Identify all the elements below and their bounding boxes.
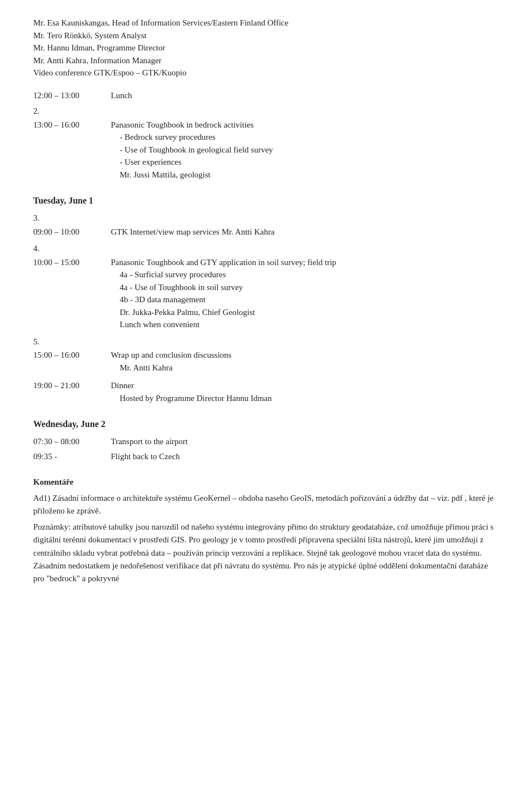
item-4-detail-4: Lunch when convenient xyxy=(111,318,499,331)
item-5-detail-0: Mr. Antti Kahra xyxy=(111,362,499,374)
video-conference-note: Video conference GTK/Espoo – GTK/Kuopio xyxy=(33,67,499,79)
person-item: Mr. Antti Kahra, Information Manager xyxy=(33,54,499,67)
comments-paragraph-0: Ad1) Zásadní informace o architektuře sy… xyxy=(33,492,499,518)
item-3-number: 3. xyxy=(33,212,499,225)
person-item: Mr. Esa Kauniskangas, Head of Informatio… xyxy=(33,17,499,29)
item-5-title: Wrap up and conclusion discussions xyxy=(111,350,232,359)
lunch-block: 12:00 – 13:00 Lunch xyxy=(33,89,499,102)
item-4-detail-0: 4a - Surficial survey procedures xyxy=(111,268,499,281)
dinner-title: Dinner xyxy=(111,381,134,390)
time-lunch: 12:00 – 13:00 xyxy=(33,89,111,102)
time-item5: 15:00 – 16:00 xyxy=(33,349,111,374)
time-item4: 10:00 – 15:00 xyxy=(33,256,111,331)
time-item3: 09:00 – 10:00 xyxy=(33,226,111,238)
item-3-block: 3. 09:00 – 10:00 GTK Internet/view map s… xyxy=(33,212,499,238)
item-2-block: 2. 13:00 – 16:00 Panasonic Toughbook in … xyxy=(33,105,499,181)
dinner-detail-0: Hosted by Programme Director Hannu Idman xyxy=(111,392,499,405)
person-list: Mr. Esa Kauniskangas, Head of Informatio… xyxy=(33,17,499,79)
item-5-number: 5. xyxy=(33,336,499,348)
item-2-detail-0: - Bedrock survey procedures xyxy=(111,131,499,144)
wednesday-heading: Wednesday, June 2 xyxy=(33,418,499,431)
flight-title: Flight back to Czech xyxy=(111,450,499,463)
item-2-detail-2: - User experiences xyxy=(111,156,499,169)
item-5-time-block: 15:00 – 16:00 Wrap up and conclusion dis… xyxy=(33,349,499,374)
time-item2: 13:00 – 16:00 xyxy=(33,119,111,181)
dinner-content: Dinner Hosted by Programme Director Hann… xyxy=(111,379,499,404)
transport-title: Transport to the airport xyxy=(111,435,499,448)
item-4-block: 4. 10:00 – 15:00 Panasonic Toughbook and… xyxy=(33,242,499,331)
item-2-detail-1: - Use of Toughbook in geological field s… xyxy=(111,144,499,156)
tuesday-evening-time-block: 19:00 – 21:00 Dinner Hosted by Programme… xyxy=(33,379,499,404)
person-item: Mr. Hannu Idman, Programme Director xyxy=(33,42,499,54)
time-dinner: 19:00 – 21:00 xyxy=(33,379,111,404)
comments-section: Komentáře Ad1) Zásadní informace o archi… xyxy=(33,476,499,585)
item-4-detail-3: Dr. Jukka-Pekka Palmu, Chief Geologist xyxy=(111,306,499,319)
item-5-block: 5. 15:00 – 16:00 Wrap up and conclusion … xyxy=(33,336,499,374)
wednesday-item-1: 07:30 – 08:00 Transport to the airport xyxy=(33,435,499,448)
item-2-time-block: 13:00 – 16:00 Panasonic Toughbook in bed… xyxy=(33,119,499,181)
lunch-title: Lunch xyxy=(111,89,499,102)
item-4-content: Panasonic Toughbook and GTY application … xyxy=(111,256,499,331)
item-3-time-block: 09:00 – 10:00 GTK Internet/view map serv… xyxy=(33,226,499,238)
item-3-title: GTK Internet/view map services Mr. Antti… xyxy=(111,227,274,236)
tuesday-evening-block: 19:00 – 21:00 Dinner Hosted by Programme… xyxy=(33,379,499,404)
item-2-number: 2. xyxy=(33,105,499,118)
item-4-detail-2: 4b - 3D data management xyxy=(111,293,499,306)
item-2-detail-3: Mr. Jussi Mattila, geologist xyxy=(111,169,499,181)
time-flight: 09:35 - xyxy=(33,450,111,463)
item-4-title: Panasonic Toughbook and GTY application … xyxy=(111,258,336,267)
time-transport: 07:30 – 08:00 xyxy=(33,435,111,448)
item-2-content: Panasonic Toughbook in bedrock activitie… xyxy=(111,119,499,181)
page-content: Mr. Esa Kauniskangas, Head of Informatio… xyxy=(33,17,499,585)
item-4-number: 4. xyxy=(33,242,499,255)
item-4-detail-1: 4a - Use of Toughbook in soil survey xyxy=(111,281,499,294)
comments-paragraph-1: Poznámky: atributové tabulky jsou narozd… xyxy=(33,521,499,585)
item-3-content: GTK Internet/view map services Mr. Antti… xyxy=(111,226,499,238)
person-item: Mr. Tero Rönkkö, System Analyst xyxy=(33,29,499,42)
tuesday-heading: Tuesday, June 1 xyxy=(33,194,499,207)
comments-heading: Komentáře xyxy=(33,476,499,489)
item-5-content: Wrap up and conclusion discussions Mr. A… xyxy=(111,349,499,374)
item-2-title: Panasonic Toughbook in bedrock activitie… xyxy=(111,120,254,129)
wednesday-item-2: 09:35 - Flight back to Czech xyxy=(33,450,499,463)
item-4-time-block: 10:00 – 15:00 Panasonic Toughbook and GT… xyxy=(33,256,499,331)
